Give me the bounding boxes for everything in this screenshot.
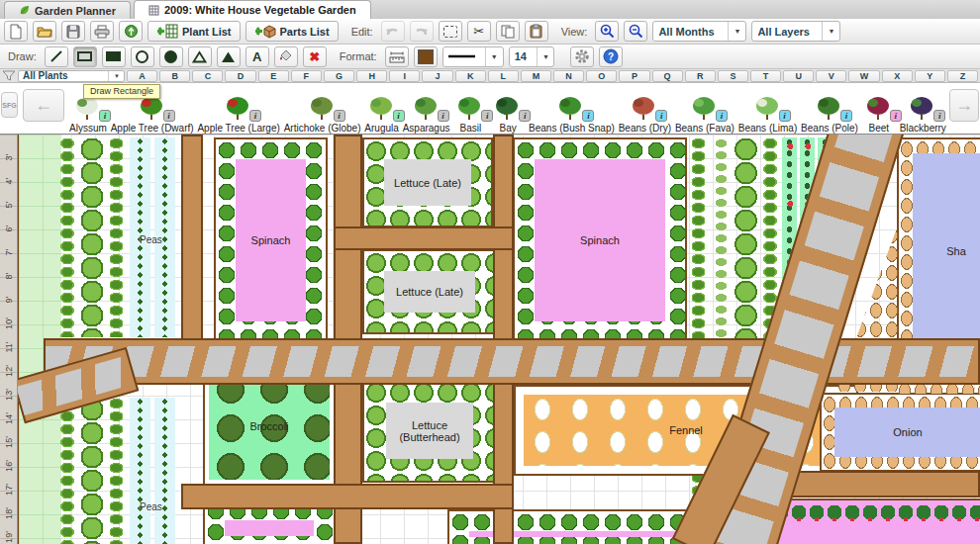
bed-lettuce-butterhead[interactable]: Lettuce (Butterhead) (362, 379, 497, 483)
scroll-plants-left-button[interactable]: ← (23, 89, 64, 122)
plant-item-beans-pole[interactable]: iBeans (Pole) (801, 86, 858, 134)
filter-funnel-icon[interactable] (2, 70, 16, 81)
letter-filter-i[interactable]: I (389, 70, 420, 82)
scroll-plants-right-button[interactable]: → (949, 89, 979, 122)
letter-filter-o[interactable]: O (586, 70, 617, 82)
new-button[interactable] (4, 21, 28, 42)
draw-ellipse-button[interactable] (131, 46, 154, 67)
plant-item-artichoke-globe[interactable]: iArtichoke (Globe) (284, 86, 361, 134)
draw-filled-triangle-button[interactable] (217, 46, 241, 67)
letter-filter-c[interactable]: C (192, 70, 223, 82)
fill-tool-button[interactable] (274, 46, 298, 67)
letter-filter-j[interactable]: J (422, 70, 452, 82)
letter-filter-t[interactable]: T (750, 70, 781, 82)
letter-filter-s[interactable]: S (718, 70, 748, 82)
tab-garden-planner[interactable]: Garden Planner (4, 1, 131, 19)
publish-button[interactable] (119, 21, 143, 42)
info-icon-artichoke-globe[interactable]: i (334, 110, 345, 122)
bed-spinach-1[interactable]: Spinach (214, 137, 328, 343)
letter-filter-b[interactable]: B (159, 70, 190, 82)
dimensions-button[interactable] (385, 46, 409, 67)
info-icon-bay[interactable]: i (519, 110, 531, 122)
letter-filter-x[interactable]: X (882, 70, 913, 82)
info-icon-beans-dry[interactable]: i (655, 110, 667, 122)
copy-button[interactable] (496, 21, 520, 42)
zoom-in-button[interactable] (595, 21, 619, 42)
draw-filled-ellipse-button[interactable] (159, 46, 183, 67)
letter-filter-z[interactable]: Z (947, 70, 978, 82)
plant-item-basil[interactable]: iBasil (453, 86, 487, 134)
plant-item-beans-fava[interactable]: iBeans (Fava) (675, 86, 735, 134)
info-icon-arugula[interactable]: i (393, 110, 405, 122)
select-button[interactable] (439, 21, 462, 42)
info-icon-beans-lima[interactable]: i (779, 110, 791, 122)
settings-button[interactable] (570, 46, 594, 67)
info-icon-beet[interactable]: i (890, 110, 902, 122)
plant-item-beans-dry[interactable]: iBeans (Dry) (619, 86, 671, 134)
bed-lettuce-late-2[interactable]: Lettuce (Late) (362, 249, 497, 334)
bed-pink-bottom-2[interactable] (447, 509, 697, 544)
draw-rectangle-button[interactable] (73, 46, 97, 67)
undo-button[interactable] (381, 21, 405, 42)
info-icon-beans-pole[interactable]: i (840, 110, 852, 122)
plant-item-beans-bush-snap[interactable]: iBeans (Bush Snap) (529, 86, 615, 134)
info-icon-apple-tree-large[interactable]: i (249, 110, 261, 122)
info-icon-alyssum[interactable]: i (99, 110, 111, 122)
paste-button[interactable] (525, 21, 548, 42)
letter-filter-a[interactable]: A (127, 70, 157, 82)
delete-tool-button[interactable]: ✖ (303, 46, 327, 67)
color-swatch-button[interactable] (414, 46, 438, 67)
info-icon-apple-tree-dwarf[interactable]: i (163, 110, 175, 122)
font-size-dropdown[interactable]: 14▼ (509, 46, 554, 67)
zoom-out-button[interactable] (624, 21, 647, 42)
layers-dropdown[interactable]: All Layers▼ (751, 21, 840, 42)
letter-filter-f[interactable]: F (291, 70, 322, 82)
plant-item-apple-tree-large[interactable]: iApple Tree (Large) (197, 86, 279, 134)
months-dropdown[interactable]: All Months▼ (652, 21, 746, 42)
bed-spinach-2[interactable]: Spinach (513, 137, 687, 343)
sfg-button[interactable]: SFG (1, 92, 18, 118)
info-icon-blackberry[interactable]: i (933, 110, 945, 122)
bed-shallots[interactable]: Sha (897, 137, 980, 364)
save-button[interactable] (61, 21, 85, 42)
plant-item-arugula[interactable]: iArugula (364, 86, 398, 134)
line-style-dropdown[interactable]: ▼ (442, 46, 504, 67)
plant-item-beans-lima[interactable]: iBeans (Lima) (738, 86, 797, 134)
plant-item-asparagus[interactable]: iAsparagus (403, 86, 450, 134)
info-icon-beans-bush-snap[interactable]: i (582, 110, 594, 122)
info-icon-beans-fava[interactable]: i (716, 110, 728, 122)
print-button[interactable] (90, 21, 114, 42)
tab-white-house-garden[interactable]: 2009: White House Vegetable Garden (134, 0, 371, 19)
letter-filter-k[interactable]: K (455, 70, 486, 82)
letter-filter-r[interactable]: R (685, 70, 716, 82)
open-button[interactable] (33, 21, 56, 42)
bed-broccoli[interactable]: Broccoli (203, 367, 336, 486)
letter-filter-d[interactable]: D (225, 70, 255, 82)
letter-filter-l[interactable]: L (488, 70, 519, 82)
letter-filter-q[interactable]: Q (652, 70, 683, 82)
letter-filter-w[interactable]: W (848, 70, 879, 82)
bed-lettuce-late-1[interactable]: Lettuce (Late) (362, 137, 493, 227)
info-icon-asparagus[interactable]: i (438, 110, 449, 122)
redo-button[interactable] (410, 21, 434, 42)
draw-filled-rectangle-button[interactable] (102, 46, 126, 67)
letter-filter-g[interactable]: G (324, 70, 354, 82)
garden-plan-canvas[interactable]: SpinachLettuce (Late)Lettuce (Late)Spina… (0, 135, 980, 544)
letter-filter-p[interactable]: P (619, 70, 649, 82)
letter-filter-m[interactable]: M (521, 70, 551, 82)
letter-filter-y[interactable]: Y (915, 70, 945, 82)
letter-filter-e[interactable]: E (258, 70, 289, 82)
parts-list-button[interactable]: Parts List (245, 21, 339, 42)
letter-filter-v[interactable]: V (816, 70, 846, 82)
text-tool-button[interactable]: A (245, 46, 269, 67)
bed-onion[interactable]: Onion (820, 393, 980, 472)
cut-button[interactable]: ✂ (467, 21, 491, 42)
help-button[interactable]: ? (599, 46, 623, 67)
plant-list-button[interactable]: Plant List (147, 21, 241, 42)
draw-triangle-button[interactable] (188, 46, 212, 67)
plant-item-blackberry[interactable]: iBlackberry (900, 86, 946, 134)
letter-filter-u[interactable]: U (783, 70, 814, 82)
plant-item-beet[interactable]: iBeet (862, 86, 896, 134)
draw-line-button[interactable] (45, 46, 68, 67)
letter-filter-n[interactable]: N (553, 70, 584, 82)
